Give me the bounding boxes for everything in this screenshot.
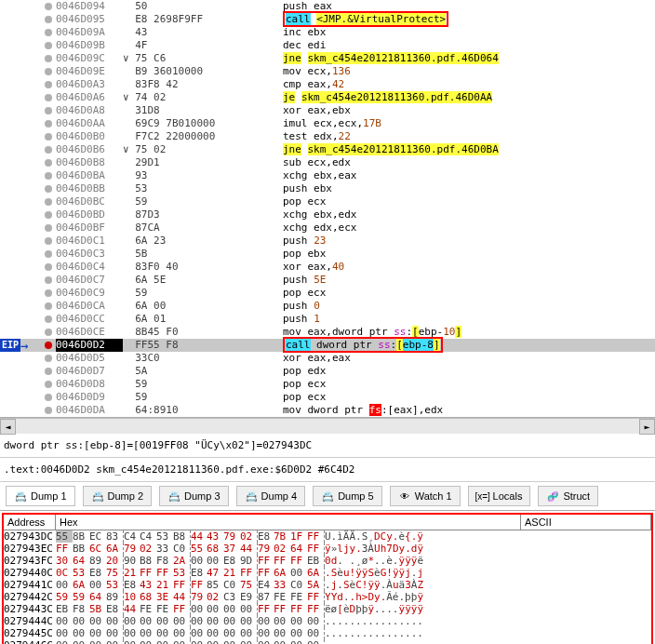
hex-byte[interactable]: 00 [123,639,140,644]
hex-row[interactable]: 0279445C00000000000000000000000000000000… [4,627,651,639]
hex-byte[interactable]: 00 [156,615,173,627]
disasm-row[interactable]: 0046D0C7 6A 5Epush 5E [0,274,655,287]
hex-byte[interactable]: 00 [73,615,89,627]
hex-byte[interactable]: 00 [207,555,223,567]
hex-byte[interactable]: 6C [89,543,106,555]
disasm-row[interactable]: 0046D095 E8 2698F9FFcall <JMP.&VirtualPr… [0,13,655,26]
hex-byte[interactable]: C4 [140,530,156,543]
hex-byte[interactable]: 83 [106,530,123,543]
hex-byte[interactable]: 00 [156,639,173,644]
hex-byte[interactable]: 44 [173,591,190,603]
hex-byte[interactable]: 00 [123,627,140,639]
hex-byte[interactable]: 8B [73,530,89,543]
hex-byte[interactable]: E9 [240,591,257,603]
hex-byte[interactable]: 00 [140,639,156,644]
hex-byte[interactable]: 59 [56,591,73,603]
hex-byte[interactable]: 6A [274,567,290,579]
hex-byte[interactable]: 00 [173,627,190,639]
hex-byte[interactable]: F8 [73,603,89,615]
disasm-row[interactable]: 0046D0C9 59pop ecx [0,287,655,300]
hex-byte[interactable]: 5A [307,579,324,591]
hex-byte[interactable]: E8 [190,567,207,579]
breakpoint-icon[interactable] [45,381,52,388]
hex-byte[interactable]: FF [257,603,274,615]
breakpoint-icon[interactable] [45,250,52,258]
hex-byte[interactable]: B8 [140,555,156,567]
hex-byte[interactable]: 75 [240,579,257,591]
hex-byte[interactable]: EB [56,603,73,615]
disasm-row[interactable]: 0046D0C1 6A 23push 23 [0,235,655,248]
hex-byte[interactable]: FE [290,591,307,603]
hex-byte[interactable]: 02 [240,530,257,543]
hex-byte[interactable]: 00 [274,615,290,627]
breakpoint-icon[interactable] [45,81,52,88]
hex-byte[interactable]: 0C [56,567,73,579]
hex-byte[interactable]: EB [307,555,324,567]
breakpoint-icon[interactable] [45,55,52,62]
hex-byte[interactable]: 02 [140,543,156,555]
hex-byte[interactable]: 37 [223,543,240,555]
hex-byte[interactable]: 00 [173,639,190,644]
hex-byte[interactable]: 00 [89,579,106,591]
hex-byte[interactable]: FF [257,567,274,579]
hex-row[interactable]: 027943FC3064892090B8F82A0000E89DFFFFFFEB… [4,555,651,567]
hex-byte[interactable]: 00 [274,627,290,639]
hex-byte[interactable]: 00 [140,615,156,627]
hex-byte[interactable]: 00 [274,639,290,644]
hex-byte[interactable]: 00 [106,615,123,627]
tab-dump-2[interactable]: 📇Dump 2 [83,486,153,506]
hex-byte[interactable]: 87 [257,591,274,603]
hex-byte[interactable]: 00 [223,639,240,644]
hex-byte[interactable]: 53 [173,567,190,579]
hex-byte[interactable]: 6A [106,543,123,555]
hex-byte[interactable]: F8 [156,555,173,567]
hex-row[interactable]: 027943DC558BEC83C4C453B844437902E87B1FFF… [4,530,651,543]
hex-byte[interactable]: 00 [156,627,173,639]
hex-byte[interactable]: 00 [290,639,307,644]
hex-byte[interactable]: 64 [73,555,89,567]
tab-dump-1[interactable]: 📇Dump 1 [6,486,75,506]
hex-byte[interactable]: C0 [173,543,190,555]
breakpoint-icon[interactable] [45,224,52,232]
hex-byte[interactable]: FF [257,555,274,567]
hex-byte[interactable]: FF [156,567,173,579]
hex-byte[interactable]: 00 [307,639,324,644]
hex-byte[interactable]: 00 [190,615,207,627]
hex-byte[interactable]: 33 [156,543,173,555]
hex-byte[interactable]: FF [307,591,324,603]
hex-byte[interactable]: 21 [223,567,240,579]
hex-byte[interactable]: 00 [123,615,140,627]
disasm-row[interactable]: 0046D09A 43inc ebx [0,26,655,39]
hex-byte[interactable]: 68 [140,591,156,603]
hex-byte[interactable]: 21 [156,579,173,591]
hex-dump-panel[interactable]: Address Hex ASCII 027943DC558BEC83C4C453… [2,513,653,644]
hex-byte[interactable]: 59 [73,591,89,603]
disasm-row[interactable]: EIP→0046D0D2 FF55 F8call dword ptr ss:[e… [0,339,655,352]
disasm-row[interactable]: 0046D0CC 6A 01push 1 [0,313,655,326]
hex-byte[interactable]: 6A [73,579,89,591]
breakpoint-icon[interactable] [45,185,52,193]
hex-byte[interactable]: E8 [89,567,106,579]
hex-byte[interactable]: FF [173,579,190,591]
hex-byte[interactable]: 00 [106,639,123,644]
hex-byte[interactable]: FF [240,567,257,579]
hex-byte[interactable]: 64 [290,543,307,555]
hex-byte[interactable]: 00 [190,603,207,615]
hex-byte[interactable]: 43 [207,530,223,543]
hex-byte[interactable]: C4 [123,530,140,543]
hex-row[interactable]: 0279441C006A0053E84321FFFF85C075E433C05A… [4,579,651,591]
hex-row[interactable]: 0279442C5959648910683E447902C3E987FEFEFF… [4,591,651,603]
hex-byte[interactable]: C3 [223,591,240,603]
hex-byte[interactable]: FF [140,567,156,579]
hex-byte[interactable]: 75 [106,567,123,579]
hex-byte[interactable]: 44 [123,603,140,615]
hex-byte[interactable]: 00 [56,579,73,591]
tab-dump-3[interactable]: 📇Dump 3 [159,486,229,506]
hex-byte[interactable]: 68 [207,543,223,555]
hex-byte[interactable]: 43 [140,579,156,591]
breakpoint-icon[interactable] [45,329,52,336]
hex-byte[interactable]: 00 [240,615,257,627]
scroll-left-button[interactable]: ◄ [0,419,16,435]
breakpoint-icon[interactable] [45,289,52,297]
hex-byte[interactable]: 02 [274,543,290,555]
